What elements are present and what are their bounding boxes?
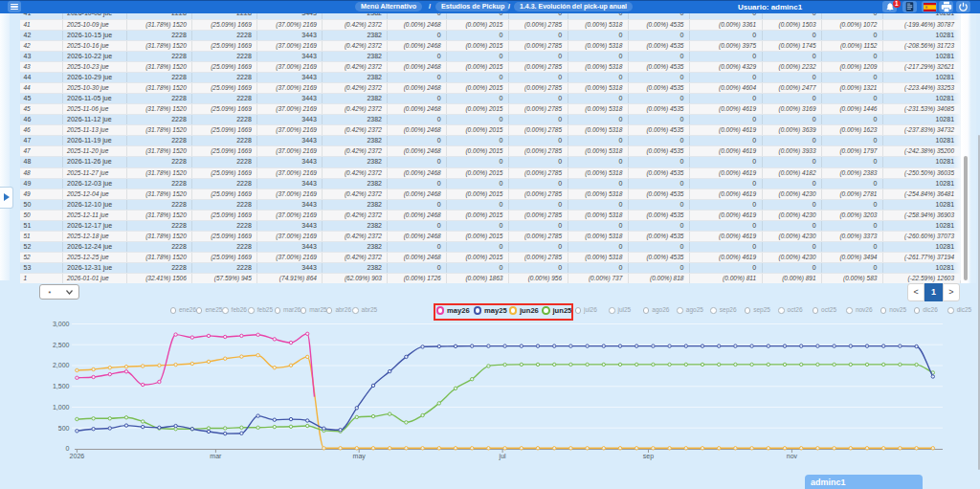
svg-text:1,000: 1,000 (53, 404, 70, 411)
svg-text:1,500: 1,500 (53, 383, 70, 389)
svg-text:500: 500 (58, 425, 70, 432)
svg-text:sep: sep (643, 453, 654, 460)
svg-text:mar: mar (210, 453, 222, 459)
svg-text:jul: jul (499, 453, 506, 460)
svg-text:2026: 2026 (70, 453, 85, 459)
svg-text:3,000: 3,000 (53, 321, 70, 327)
svg-text:2,500: 2,500 (53, 342, 70, 348)
svg-text:may: may (353, 453, 367, 460)
svg-text:2,000: 2,000 (53, 362, 70, 368)
svg-text:0: 0 (66, 445, 70, 452)
svg-text:nov: nov (787, 453, 798, 459)
